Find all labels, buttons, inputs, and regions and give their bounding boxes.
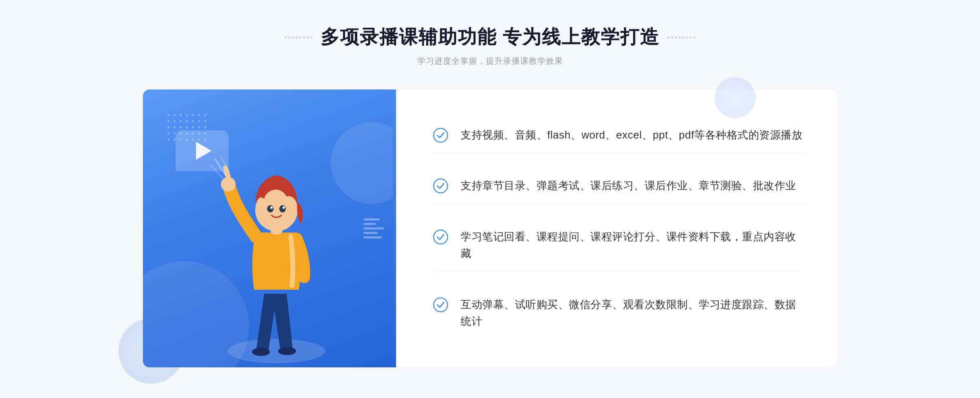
svg-point-16	[434, 230, 448, 244]
title-row: 多项录播课辅助功能 专为线上教学打造	[285, 25, 696, 50]
deco-circle-top-right	[715, 77, 755, 118]
check-icon-1	[433, 127, 448, 143]
features-panel: 支持视频、音频、flash、word、excel、ppt、pdf等各种格式的资源…	[396, 89, 837, 367]
svg-point-10	[283, 206, 285, 209]
feature-text-3: 学习笔记回看、课程提问、课程评论打分、课件资料下载，重点内容收藏	[461, 228, 804, 262]
check-icon-4	[433, 297, 448, 313]
feature-text-2: 支持章节目录、弹题考试、课后练习、课后作业、章节测验、批改作业	[461, 177, 796, 195]
svg-point-9	[270, 206, 273, 209]
svg-point-8	[279, 205, 286, 212]
page-header: 多项录播课辅助功能 专为线上教学打造 学习进度全掌握，提升录播课教学效果	[285, 25, 696, 67]
svg-point-7	[267, 205, 274, 212]
main-content: 支持视频、音频、flash、word、excel、ppt、pdf等各种格式的资源…	[143, 89, 837, 367]
svg-point-14	[434, 128, 448, 142]
svg-point-15	[434, 179, 448, 193]
blue-accent-bar	[393, 89, 396, 367]
illustration-panel	[143, 89, 396, 367]
check-icon-2	[433, 178, 448, 194]
feature-item-4: 互动弹幕、试听购买、微信分享、观看次数限制、学习进度跟踪、数据统计	[433, 287, 804, 339]
left-dots-decoration	[285, 36, 312, 38]
svg-point-17	[434, 298, 448, 312]
feature-item-1: 支持视频、音频、flash、word、excel、ppt、pdf等各种格式的资源…	[433, 118, 804, 153]
feature-text-4: 互动弹幕、试听购买、微信分享、观看次数限制、学习进度跟踪、数据统计	[461, 296, 804, 330]
feature-text-1: 支持视频、音频、flash、word、excel、ppt、pdf等各种格式的资源…	[461, 127, 802, 144]
page-subtitle: 学习进度全掌握，提升录播课教学效果	[285, 56, 696, 67]
feature-item-3: 学习笔记回看、课程提问、课程评论打分、课件资料下载，重点内容收藏	[433, 219, 804, 272]
svg-point-2	[278, 347, 296, 355]
svg-point-0	[227, 339, 325, 363]
svg-point-1	[252, 348, 270, 356]
page-title: 多项录播课辅助功能 专为线上教学打造	[321, 25, 660, 50]
person-illustration	[207, 139, 346, 367]
stripe-decoration	[363, 219, 384, 239]
page-container: » 多项录播课辅助功能 专为线上教学打造 学习进度全掌握，提升录播课教学效果	[0, 0, 980, 398]
check-icon-3	[433, 229, 448, 245]
feature-item-2: 支持章节目录、弹题考试、课后练习、课后作业、章节测验、批改作业	[433, 168, 804, 204]
right-dots-decoration	[668, 36, 695, 38]
